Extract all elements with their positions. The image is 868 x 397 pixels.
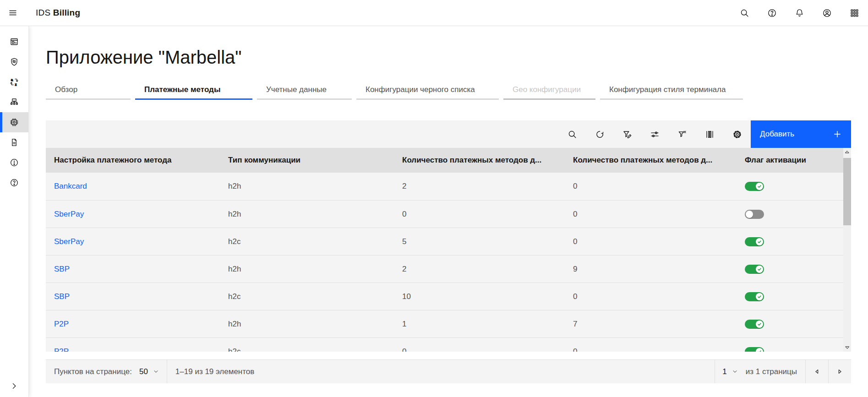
payment-method-link[interactable]: SBP <box>54 292 70 301</box>
chevron-right-icon <box>10 381 19 391</box>
tab-blacklist-configs[interactable]: Конфигурации черного списка <box>356 81 499 100</box>
warning-icon <box>10 158 19 167</box>
sidebar-item-warning[interactable] <box>0 152 28 173</box>
tab-payment-methods[interactable]: Платежные методы <box>135 81 252 100</box>
document-icon <box>10 138 19 147</box>
payment-method-link[interactable]: SberPay <box>54 237 84 246</box>
communication-type-cell: h2c <box>220 283 394 310</box>
page-number-select[interactable]: 1 <box>715 360 745 383</box>
user-button[interactable] <box>813 0 841 26</box>
column-icon <box>705 130 715 139</box>
scroll-up-button[interactable] <box>843 148 851 157</box>
tab-overview[interactable]: Обзор <box>46 81 131 100</box>
security-icon <box>10 57 19 66</box>
filter-edit-icon <box>622 130 632 139</box>
check-icon <box>757 184 762 189</box>
activation-toggle[interactable] <box>745 237 764 246</box>
column-header-count-2: Количество платежных методов д... <box>565 148 737 173</box>
sidebar-expand-button[interactable] <box>0 375 28 397</box>
table-row: SBP h2c 10 0 <box>46 283 851 310</box>
column-header-payment-method-config: Настройка платежного метода <box>46 148 220 173</box>
check-icon <box>757 322 762 326</box>
tab-terminal-style-config[interactable]: Конфигурация стиля терминала <box>600 81 743 100</box>
brand-prefix: IDS <box>36 8 50 17</box>
filter-reset-button[interactable] <box>668 120 696 148</box>
settings-button[interactable] <box>723 120 751 148</box>
count-2-cell: 0 <box>565 338 737 352</box>
table-row: SberPay h2c 5 0 <box>46 228 851 255</box>
search-button[interactable] <box>558 120 586 148</box>
check-icon <box>757 294 762 299</box>
communication-type-cell: h2h <box>220 256 394 283</box>
count-1-cell: 5 <box>394 228 565 255</box>
column-header-activation-flag: Флаг активации <box>737 148 851 173</box>
app-header: IDS Billing <box>0 0 868 26</box>
check-icon <box>757 267 762 272</box>
app-switcher-button[interactable] <box>841 0 868 26</box>
communication-type-cell: h2h <box>220 173 394 200</box>
activation-toggle[interactable] <box>745 320 764 329</box>
next-page-button[interactable] <box>828 360 851 383</box>
items-per-page-value: 50 <box>139 367 148 376</box>
count-1-cell: 1 <box>394 310 565 337</box>
app-switcher-icon <box>850 8 859 18</box>
notifications-button[interactable] <box>786 0 813 26</box>
toggle-knob <box>746 211 753 218</box>
filter-edit-button[interactable] <box>613 120 641 148</box>
payment-method-link[interactable]: SBP <box>54 265 70 274</box>
payment-method-link[interactable]: SberPay <box>54 210 84 219</box>
tab-credentials[interactable]: Учетные данные <box>257 81 352 100</box>
scrollbar-thumb[interactable] <box>843 158 851 225</box>
payment-method-link[interactable]: P2P <box>54 347 69 352</box>
toolbar-actions <box>558 120 751 148</box>
check-icon <box>757 349 762 352</box>
scroll-down-button[interactable] <box>843 343 851 352</box>
payment-method-link[interactable]: P2P <box>54 320 69 329</box>
help-icon <box>10 178 19 187</box>
chip-icon <box>10 118 19 127</box>
table-scrollbar[interactable] <box>843 148 851 352</box>
sidebar-item-document[interactable] <box>0 132 28 152</box>
page-title: Приложение "Marbella" <box>46 46 851 68</box>
network-icon <box>10 98 19 107</box>
sidebar-item-security[interactable] <box>0 52 28 72</box>
activation-toggle[interactable] <box>745 210 764 219</box>
count-1-cell: 2 <box>394 173 565 200</box>
count-2-cell: 9 <box>565 256 737 283</box>
settings-adjust-button[interactable] <box>641 120 668 148</box>
toggle-knob <box>756 183 763 190</box>
count-1-cell: 0 <box>394 201 565 228</box>
items-per-page-select[interactable]: 50 <box>132 360 167 383</box>
activation-toggle[interactable] <box>745 265 764 274</box>
communication-type-cell: h2c <box>220 228 394 255</box>
menu-button[interactable] <box>0 0 26 26</box>
settings-icon <box>732 130 742 139</box>
payment-method-link[interactable]: Bankcard <box>54 182 87 191</box>
activation-toggle[interactable] <box>745 347 764 352</box>
communication-type-cell: h2h <box>220 201 394 228</box>
activation-toggle[interactable] <box>745 182 764 191</box>
search-button[interactable] <box>731 0 758 26</box>
prev-page-button[interactable] <box>805 360 828 383</box>
sidebar-item-network[interactable] <box>0 92 28 112</box>
dashboard-icon <box>10 37 19 46</box>
pagination-range: 1–19 из 19 элементов <box>167 367 254 376</box>
column-button[interactable] <box>696 120 723 148</box>
brand-name: Billing <box>53 8 80 17</box>
settings-adjust-icon <box>650 130 660 139</box>
chevron-down-icon <box>153 368 159 375</box>
sidebar-item-help[interactable] <box>0 173 28 193</box>
add-button[interactable]: Добавить <box>751 120 851 148</box>
communication-type-cell: h2c <box>220 338 394 352</box>
help-button[interactable] <box>758 0 786 26</box>
refresh-button[interactable] <box>586 120 613 148</box>
sidebar-item-dashboard[interactable] <box>0 32 28 52</box>
activation-toggle[interactable] <box>745 292 764 301</box>
count-2-cell: 0 <box>565 228 737 255</box>
check-icon <box>757 239 762 244</box>
sidebar-item-sort-az[interactable] <box>0 72 28 92</box>
page-total-label: из 1 страницы <box>746 360 805 383</box>
table-row: SBP h2h 2 9 <box>46 255 851 283</box>
sidebar-item-chip[interactable] <box>0 112 28 132</box>
sort-az-icon <box>10 77 19 87</box>
